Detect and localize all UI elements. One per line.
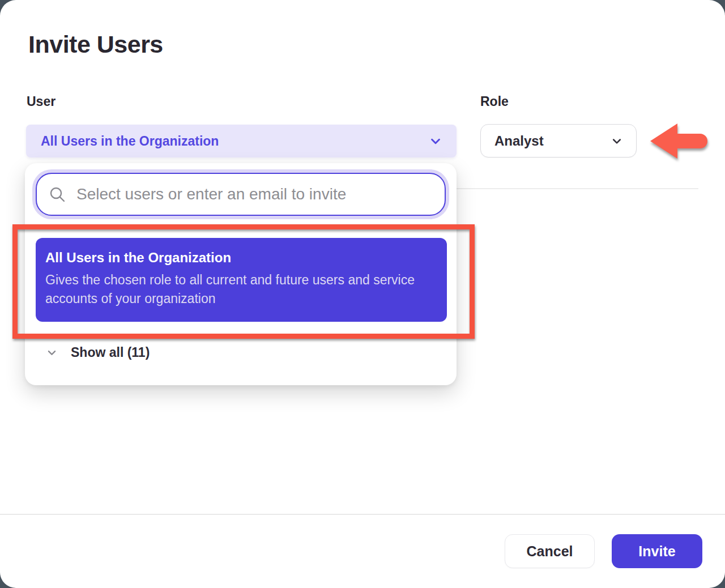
- show-all-toggle[interactable]: Show all (11): [46, 345, 150, 360]
- invite-users-dialog: Invite Users User Role All Users in the …: [0, 0, 725, 588]
- cancel-button[interactable]: Cancel: [505, 534, 595, 568]
- footer-divider: [0, 514, 725, 515]
- user-dropdown-panel: All Users in the Organization Gives the …: [25, 163, 457, 385]
- user-select-trigger[interactable]: All Users in the Organization: [26, 125, 457, 157]
- user-search-input[interactable]: [75, 185, 437, 204]
- user-field-label: User: [27, 94, 56, 109]
- role-field-label: Role: [480, 94, 509, 109]
- option-all-users[interactable]: All Users in the Organization Gives the …: [36, 238, 447, 322]
- option-description: Gives the chosen role to all current and…: [45, 271, 430, 308]
- screen-backdrop: Invite Users User Role All Users in the …: [0, 0, 725, 588]
- search-icon: [48, 185, 66, 203]
- chevron-down-icon: [46, 347, 57, 358]
- role-select-value: Analyst: [494, 133, 544, 149]
- dialog-title: Invite Users: [28, 31, 163, 58]
- user-search-box[interactable]: [36, 173, 446, 216]
- search-focus-ring: [32, 169, 449, 219]
- user-select-value: All Users in the Organization: [41, 134, 219, 149]
- option-title: All Users in the Organization: [45, 250, 437, 266]
- chevron-down-icon: [429, 135, 442, 147]
- chevron-down-icon: [611, 135, 622, 147]
- red-arrow-annotation-icon: [649, 121, 709, 161]
- role-select-trigger[interactable]: Analyst: [480, 124, 637, 157]
- invite-button[interactable]: Invite: [612, 534, 702, 568]
- show-all-label: Show all (11): [71, 345, 150, 360]
